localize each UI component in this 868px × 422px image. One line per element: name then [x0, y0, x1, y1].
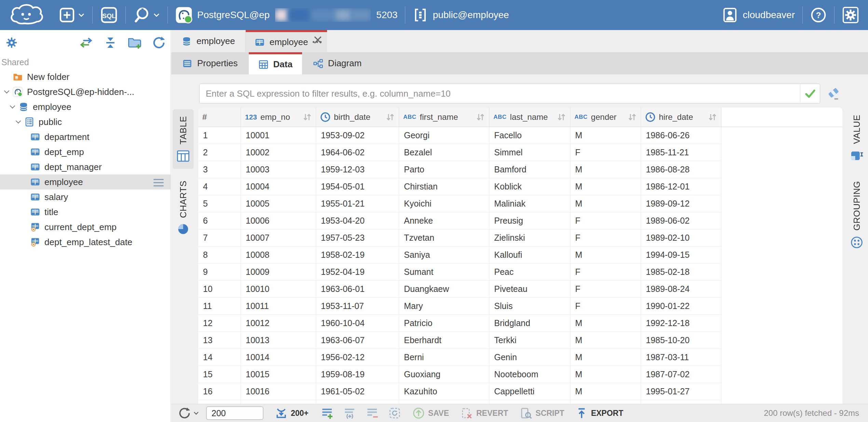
data-cell-emp_no[interactable]: 10005 [241, 195, 316, 212]
driver-tools-button[interactable] [133, 6, 160, 24]
column-header-hire_date[interactable]: hire_date [641, 108, 721, 127]
data-cell-birth_date[interactable]: 1959-12-03 [316, 161, 399, 178]
chevron-down-icon[interactable] [16, 118, 21, 124]
row-number-cell[interactable]: 14 [198, 349, 241, 366]
data-cell-hire_date[interactable]: 1985-11-21 [641, 144, 721, 161]
row-number-cell[interactable]: 13 [198, 332, 241, 349]
row-number-cell[interactable]: 5 [198, 195, 241, 212]
data-cell-birth_date[interactable]: 1956-02-12 [316, 349, 399, 366]
presentation-tab-value[interactable]: VALUE [846, 108, 867, 169]
data-cell-emp_no[interactable]: 10001 [241, 127, 316, 144]
data-cell-last_name[interactable]: Genin [489, 349, 570, 366]
sort-icon[interactable] [557, 113, 566, 121]
data-cell-first_name[interactable]: Saniya [399, 247, 489, 264]
save-button[interactable]: SAVE [412, 407, 449, 419]
item-menu-icon[interactable] [153, 179, 164, 189]
chevron-down-icon[interactable] [193, 411, 199, 415]
data-cell-emp_no[interactable]: 10008 [241, 247, 316, 264]
data-cell-hire_date[interactable]: 1992-12-18 [641, 315, 721, 332]
apply-filter-button[interactable] [800, 84, 820, 103]
data-cell-emp_no[interactable]: 10012 [241, 315, 316, 332]
data-cell-gender[interactable]: M [570, 127, 641, 144]
row-number-cell[interactable]: 7 [198, 229, 241, 247]
presentation-tab-grouping[interactable]: GROUPING [846, 174, 867, 256]
data-cell-first_name[interactable]: Georgi [399, 127, 489, 144]
add-row-icon[interactable] [321, 407, 333, 419]
data-cell-emp_no[interactable]: 10016 [241, 383, 316, 400]
data-cell-hire_date[interactable]: 1987-07-02 [641, 366, 721, 383]
row-number-cell[interactable]: 9 [198, 264, 241, 281]
sort-icon[interactable] [476, 113, 485, 121]
data-cell-emp_no[interactable]: 10007 [241, 229, 316, 247]
data-cell-gender[interactable]: F [570, 229, 641, 247]
data-cell-gender[interactable]: M [570, 383, 641, 400]
data-cell-gender[interactable]: M [570, 315, 641, 332]
data-cell-first_name[interactable]: Berni [399, 349, 489, 366]
refresh-data-icon[interactable] [178, 407, 191, 420]
tree-item-department[interactable]: department [0, 129, 171, 144]
data-cell-emp_no[interactable]: 10013 [241, 332, 316, 349]
data-cell-first_name[interactable]: Bezalel [399, 144, 489, 161]
data-cell-hire_date[interactable]: 1989-06-02 [641, 212, 721, 229]
tree-item-dept_emp[interactable]: dept_emp [0, 144, 171, 159]
data-cell-birth_date[interactable]: 1960-10-04 [316, 315, 399, 332]
tab-employee-database[interactable]: employee [171, 30, 246, 52]
presentation-tab-charts[interactable]: CHARTS [173, 174, 194, 242]
data-cell-last_name[interactable]: Sluis [489, 298, 570, 315]
data-cell-emp_no[interactable]: 10009 [241, 264, 316, 281]
data-cell-last_name[interactable]: Terkki [489, 332, 570, 349]
data-cell-emp_no[interactable]: 10011 [241, 298, 316, 315]
tree-item-New folder[interactable]: New folder [0, 69, 171, 84]
tab-employee-table[interactable]: employee [246, 30, 327, 52]
delete-row-icon[interactable] [366, 407, 378, 419]
data-cell-gender[interactable]: F [570, 298, 641, 315]
tab-data[interactable]: Data [249, 52, 302, 74]
data-cell-birth_date[interactable]: 1963-06-07 [316, 332, 399, 349]
data-cell-emp_no[interactable]: 10004 [241, 178, 316, 195]
data-cell-hire_date[interactable]: 1986-08-28 [641, 161, 721, 178]
data-cell-first_name[interactable]: Mary [399, 298, 489, 315]
sql-filter-input[interactable] [200, 84, 800, 103]
tab-diagram[interactable]: Diagram [302, 52, 372, 74]
schema-selector[interactable]: public@employee [413, 8, 509, 23]
data-cell-first_name[interactable]: Eberhardt [399, 332, 489, 349]
tree-item-current_dept_emp[interactable]: current_dept_emp [0, 220, 171, 235]
data-cell-hire_date[interactable]: 1990-01-22 [641, 298, 721, 315]
data-cell-hire_date[interactable]: 1986-06-26 [641, 127, 721, 144]
data-cell-birth_date[interactable]: 1959-08-19 [316, 366, 399, 383]
data-cell-hire_date[interactable]: 1986-12-01 [641, 178, 721, 195]
help-button[interactable]: ? [810, 7, 827, 23]
refresh-tree-icon[interactable] [152, 36, 166, 50]
tree-settings-gear-icon[interactable] [5, 36, 18, 50]
data-cell-birth_date[interactable]: 1963-06-01 [316, 281, 399, 298]
row-number-cell[interactable]: 4 [198, 178, 241, 195]
data-cell-first_name[interactable]: Parto [399, 161, 489, 178]
data-cell-birth_date[interactable]: 1953-04-20 [316, 212, 399, 229]
row-number-cell[interactable]: 1 [198, 127, 241, 144]
data-cell-last_name[interactable]: Preusig [489, 212, 570, 229]
chevron-down-icon[interactable] [10, 103, 15, 109]
new-folder-icon[interactable] [127, 36, 142, 49]
column-header-birth_date[interactable]: birth_date [316, 108, 399, 127]
data-cell-gender[interactable]: M [570, 349, 641, 366]
row-number-cell[interactable]: 16 [198, 383, 241, 400]
data-cell-birth_date[interactable]: 1952-04-19 [316, 264, 399, 281]
sort-icon[interactable] [708, 113, 717, 121]
fetch-more-button[interactable]: 200+ [275, 407, 309, 419]
tab-properties[interactable]: Properties [171, 52, 249, 74]
data-cell-first_name[interactable]: Chirstian [399, 178, 489, 195]
tree-item-PostgreSQL@ep-hidden-...[interactable]: PostgreSQL@ep-hidden-... [0, 84, 171, 99]
data-cell-first_name[interactable]: Sumant [399, 264, 489, 281]
row-number-cell[interactable]: 3 [198, 161, 241, 178]
data-cell-first_name[interactable]: Tzvetan [399, 229, 489, 247]
data-cell-last_name[interactable]: Maliniak [489, 195, 570, 212]
column-header-row-number[interactable]: # [198, 108, 241, 127]
row-number-cell[interactable]: 10 [198, 281, 241, 298]
data-cell-last_name[interactable]: Zielinski [489, 229, 570, 247]
duplicate-row-icon[interactable] [343, 407, 356, 419]
tree-item-title[interactable]: title [0, 205, 171, 220]
data-cell-first_name[interactable]: Patricio [399, 315, 489, 332]
auto-refresh-icon[interactable] [389, 407, 401, 419]
column-header-emp_no[interactable]: 123emp_no [241, 108, 316, 127]
data-cell-gender[interactable]: F [570, 281, 641, 298]
